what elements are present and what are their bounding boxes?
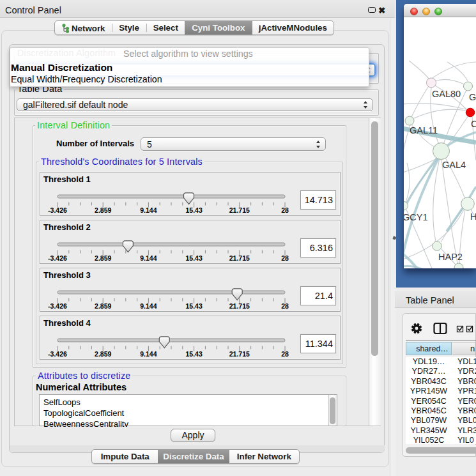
svg-text:2.859: 2.859 bbox=[95, 302, 111, 310]
svg-text:21.715: 21.715 bbox=[229, 206, 250, 214]
svg-text:2.859: 2.859 bbox=[95, 206, 111, 214]
svg-text:28: 28 bbox=[281, 302, 289, 310]
svg-text:-3.426: -3.426 bbox=[48, 302, 67, 310]
svg-text:9.144: 9.144 bbox=[140, 350, 157, 358]
svg-text:GAL4: GAL4 bbox=[442, 160, 466, 170]
svg-text:HAP2: HAP2 bbox=[438, 252, 463, 262]
svg-text:C: C bbox=[471, 119, 476, 129]
svg-text:-3.426: -3.426 bbox=[48, 350, 67, 358]
svg-text:28: 28 bbox=[281, 206, 289, 214]
svg-text:9.144: 9.144 bbox=[140, 206, 157, 214]
svg-text:21.715: 21.715 bbox=[229, 350, 250, 358]
svg-text:15.43: 15.43 bbox=[185, 254, 202, 262]
svg-text:15.43: 15.43 bbox=[185, 350, 202, 358]
svg-text:28: 28 bbox=[281, 254, 289, 262]
svg-text:21.715: 21.715 bbox=[229, 302, 250, 310]
svg-text:GCY1: GCY1 bbox=[404, 212, 428, 222]
svg-text:H: H bbox=[470, 211, 476, 222]
svg-text:GAL: GAL bbox=[469, 92, 476, 102]
svg-text:GAL80: GAL80 bbox=[432, 89, 461, 99]
svg-text:15.43: 15.43 bbox=[185, 206, 202, 214]
svg-text:9.144: 9.144 bbox=[140, 302, 157, 310]
svg-text:-3.426: -3.426 bbox=[48, 254, 67, 262]
svg-text:2.859: 2.859 bbox=[95, 254, 111, 262]
svg-text:GAL11: GAL11 bbox=[410, 125, 438, 135]
svg-text:21.715: 21.715 bbox=[229, 254, 250, 262]
svg-text:28: 28 bbox=[281, 350, 289, 358]
svg-text:2.859: 2.859 bbox=[95, 350, 111, 358]
svg-text:9.144: 9.144 bbox=[140, 254, 157, 262]
svg-text:-3.426: -3.426 bbox=[48, 206, 67, 214]
svg-text:15.43: 15.43 bbox=[185, 302, 202, 310]
